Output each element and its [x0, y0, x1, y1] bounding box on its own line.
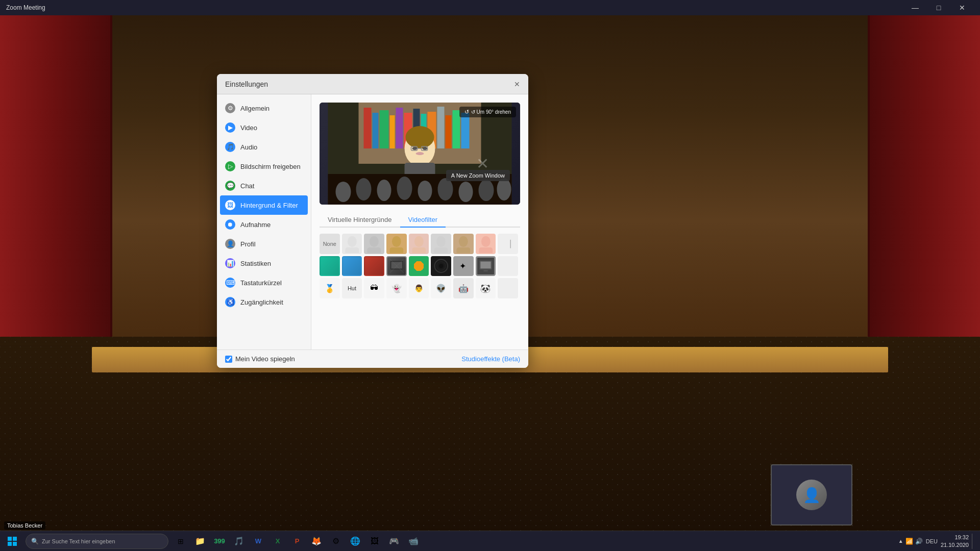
chat-icon: 💬 — [225, 181, 235, 191]
dialog-close-button[interactable]: ✕ — [511, 78, 523, 90]
dialog-titlebar: Einstellungen ✕ — [217, 74, 528, 94]
svg-point-28 — [377, 180, 391, 201]
svg-point-55 — [439, 264, 444, 268]
svg-point-47 — [481, 236, 491, 247]
svg-point-35 — [348, 236, 357, 247]
filter-monitor[interactable] — [476, 256, 496, 277]
svg-rect-58 — [480, 262, 491, 268]
profil-icon: 👤 — [225, 239, 235, 249]
svg-point-39 — [392, 236, 401, 247]
dialog-main-content: ✕ — [311, 94, 528, 349]
dialog-body: ⚙ Allgemein ▶ Video 🎵 Audio ▷ Bildschirm… — [217, 94, 528, 349]
nav-item-video[interactable]: ▶ Video — [217, 118, 311, 137]
filter-panda[interactable]: 🐼 — [476, 278, 496, 298]
svg-rect-40 — [389, 247, 403, 253]
nav-label-aufnahme: Aufnahme — [240, 221, 271, 229]
svg-rect-46 — [456, 247, 470, 253]
svg-point-27 — [356, 178, 372, 201]
preview-video-svg: ✕ — [320, 103, 520, 205]
svg-rect-60 — [482, 271, 489, 272]
filter-glasses[interactable]: 🕶 — [364, 278, 384, 298]
filter-alien[interactable]: 👽 — [431, 278, 451, 298]
filter-sunflower[interactable] — [409, 256, 429, 277]
svg-point-29 — [397, 177, 412, 200]
svg-point-32 — [459, 182, 473, 202]
rotate-video-button[interactable]: ↺ ↺ Um 90° drehen — [459, 107, 516, 117]
nav-item-aufnahme[interactable]: ⏺ Aufnahme — [217, 215, 311, 234]
nav-label-tastatur: Tastaturkürzel — [240, 279, 282, 287]
mirror-video-label[interactable]: Mein Video spiegeln — [225, 355, 295, 363]
nav-item-hintergrund[interactable]: 🖼 Hintergrund & Filter — [220, 195, 308, 215]
svg-point-43 — [436, 236, 446, 247]
svg-point-30 — [418, 181, 432, 201]
filter-tv[interactable] — [386, 256, 407, 277]
filter-none[interactable]: None — [320, 234, 340, 254]
filter-ghost[interactable]: 👻 — [386, 278, 407, 298]
allgemein-icon: ⚙ — [225, 103, 235, 113]
svg-rect-11 — [437, 107, 445, 148]
svg-rect-50 — [391, 262, 402, 269]
filter-skin-6[interactable] — [453, 234, 474, 254]
filter-dark-circles[interactable] — [431, 256, 451, 277]
rotate-label: ↺ Um 90° drehen — [471, 109, 511, 115]
filter-teal[interactable] — [320, 256, 340, 277]
nav-label-profil: Profil — [240, 240, 256, 248]
svg-rect-48 — [479, 247, 493, 253]
filter-grid-container: None — [320, 234, 520, 298]
nav-item-tastatur[interactable]: ⌨ Tastaturkürzel — [217, 273, 311, 292]
filter-blue[interactable] — [342, 256, 362, 277]
filter-robot[interactable]: 🤖 — [453, 278, 474, 298]
aufnahme-icon: ⏺ — [225, 219, 235, 230]
filter-medal[interactable]: 🥇 — [320, 278, 340, 298]
svg-point-33 — [479, 180, 494, 201]
settings-dialog: Einstellungen ✕ ⚙ Allgemein ▶ Video 🎵 Au… — [217, 74, 528, 368]
nav-item-zuganglichkeit[interactable]: ♿ Zugänglichkeit — [217, 292, 311, 312]
svg-rect-14 — [461, 113, 470, 148]
dialog-title: Einstellungen — [225, 80, 268, 88]
nav-item-audio[interactable]: 🎵 Audio — [217, 137, 311, 157]
tastatur-icon: ⌨ — [225, 278, 235, 288]
filter-hat[interactable]: Hut — [342, 278, 362, 298]
filter-mustache[interactable]: 👨 — [409, 278, 429, 298]
svg-point-20 — [416, 152, 424, 155]
svg-point-31 — [438, 178, 453, 201]
svg-point-26 — [336, 182, 351, 202]
zugang-icon: ♿ — [225, 297, 235, 307]
svg-rect-36 — [345, 247, 359, 253]
filter-tabs: Virtuelle Hintergründe Videofilter — [320, 213, 520, 228]
svg-rect-12 — [446, 115, 452, 148]
studio-effects-link[interactable]: Studioeffekte (Beta) — [461, 355, 520, 363]
svg-rect-42 — [412, 247, 426, 253]
nav-item-chat[interactable]: 💬 Chat — [217, 176, 311, 195]
filter-red[interactable] — [364, 256, 384, 277]
filter-skin-2[interactable] — [364, 234, 384, 254]
nav-label-allgemein: Allgemein — [240, 105, 270, 112]
filter-skin-1[interactable] — [342, 234, 362, 254]
dialog-overlay: Einstellungen ✕ ⚙ Allgemein ▶ Video 🎵 Au… — [0, 0, 980, 551]
svg-point-19 — [423, 147, 428, 150]
hintergrund-icon: 🖼 — [225, 200, 235, 210]
filter-skin-7[interactable] — [476, 234, 496, 254]
nav-item-allgemein[interactable]: ⚙ Allgemein — [217, 98, 311, 118]
filter-sparkle[interactable]: ✦ — [453, 256, 474, 277]
filter-skin-3[interactable] — [386, 234, 407, 254]
svg-rect-44 — [434, 247, 448, 253]
video-preview-inner: ✕ — [320, 103, 520, 205]
settings-nav: ⚙ Allgemein ▶ Video 🎵 Audio ▷ Bildschirm… — [217, 94, 311, 349]
filter-scroll-row2 — [498, 256, 518, 277]
nav-label-hintergrund: Hintergrund & Filter — [240, 202, 298, 209]
filter-skin-5[interactable] — [431, 234, 451, 254]
nav-item-profil[interactable]: 👤 Profil — [217, 234, 311, 254]
nav-label-bildschirm: Bildschirm freigeben — [240, 163, 301, 170]
tab-videofilter[interactable]: Videofilter — [400, 213, 446, 228]
nav-label-chat: Chat — [240, 182, 254, 190]
audio-icon: 🎵 — [225, 142, 235, 152]
mirror-label-text: Mein Video spiegeln — [235, 355, 295, 363]
filter-skin-4[interactable] — [409, 234, 429, 254]
nav-label-statistiken: Statistiken — [240, 260, 271, 267]
nav-item-bildschirm[interactable]: ▷ Bildschirm freigeben — [217, 157, 311, 176]
mirror-video-checkbox[interactable] — [225, 356, 232, 363]
svg-point-17 — [406, 126, 434, 148]
nav-item-statistiken[interactable]: 📊 Statistiken — [217, 254, 311, 273]
tab-virtuelle-hintergrunde[interactable]: Virtuelle Hintergründe — [320, 213, 400, 228]
